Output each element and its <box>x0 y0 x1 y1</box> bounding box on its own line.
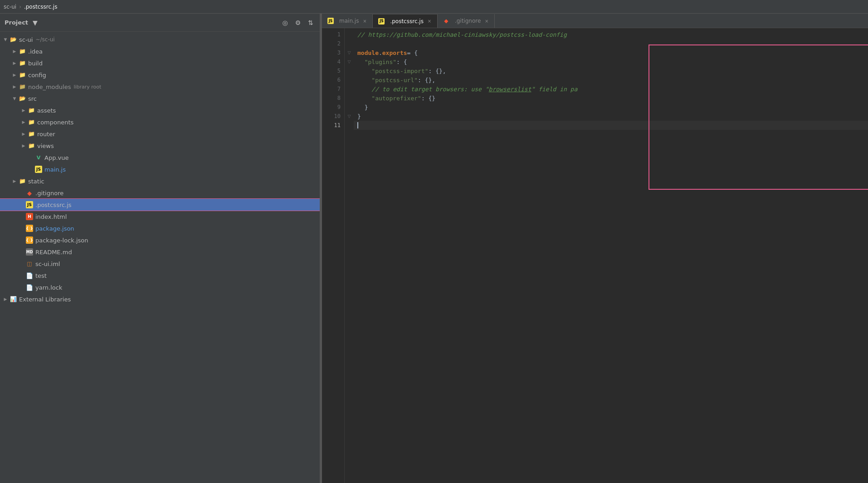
tree-label-node-modules: node_modules <box>28 84 71 90</box>
tree-label-index-html: index.html <box>35 213 67 220</box>
line-num-4: 4 <box>322 57 344 66</box>
folder-icon-build: 📁 <box>18 59 26 67</box>
folder-arrow-src <box>11 95 18 102</box>
tab-bar: JS main.js × JS .postcssrc.js × ◆ .gitig… <box>322 14 868 28</box>
tab-js-icon-main: JS <box>327 17 335 25</box>
sidebar-dropdown-arrow[interactable]: ▼ <box>31 18 39 27</box>
tree-item-test[interactable]: 📄 test <box>0 270 320 281</box>
tree-item-external-libraries[interactable]: 📊 External Libraries <box>0 293 320 305</box>
tree-item-assets[interactable]: 📁 assets <box>0 104 320 116</box>
tab-git-icon: ◆ <box>442 17 450 25</box>
code-area[interactable]: // https://github.com/michael-ciniawsky/… <box>354 28 868 483</box>
tab-label-gitignore: .gitignore <box>455 18 481 24</box>
tree-item-sc-ui-root[interactable]: 📂 sc-ui ~/sc-ui <box>0 34 320 45</box>
code-line-11[interactable] <box>354 121 868 130</box>
tree-item-static[interactable]: 📁 static <box>0 175 320 187</box>
fold-btn-11 <box>345 121 354 130</box>
tree-item-package-lock[interactable]: { } package-lock.json <box>0 234 320 246</box>
tree-item-config[interactable]: 📁 config <box>0 69 320 81</box>
tree-label-gitignore: .gitignore <box>35 190 63 197</box>
tree-label-build: build <box>28 60 43 67</box>
code-line-10: } <box>354 112 868 121</box>
line-num-1: 1 <box>322 30 344 39</box>
tab-close-gitignore[interactable]: × <box>483 18 490 24</box>
code-token-3-3: exports <box>382 49 407 56</box>
tree-item-router[interactable]: 📁 router <box>0 128 320 140</box>
tree-item-yarn-lock[interactable]: 📄 yarn.lock <box>0 281 320 293</box>
title-file-name: .postcssrc.js <box>24 4 58 10</box>
folder-icon-assets: 📁 <box>27 106 35 114</box>
fold-btn-6 <box>345 75 354 84</box>
file-tree: 📂 sc-ui ~/sc-ui 📁 .idea 📁 build <box>0 32 320 483</box>
fold-btn-5 <box>345 66 354 75</box>
tree-label-sc-ui-iml: sc-ui.iml <box>35 261 60 267</box>
code-token-6-ws <box>357 77 371 84</box>
tab-gitignore[interactable]: ◆ .gitignore × <box>438 14 495 28</box>
sidebar-scope-icon[interactable]: ◎ <box>280 18 289 27</box>
code-token-4-1: "plugins" <box>365 59 396 65</box>
tree-item-readme[interactable]: MD README.md <box>0 246 320 258</box>
leaf-sc-ui-iml <box>18 260 25 267</box>
tree-label-assets: assets <box>37 107 56 114</box>
tree-label-sc-ui: sc-ui <box>19 36 33 43</box>
tree-item-postcssrc[interactable]: JS .postcssrc.js <box>0 199 320 211</box>
folder-arrow-components <box>20 118 27 126</box>
folder-icon-config: 📁 <box>18 71 26 79</box>
folder-arrow-sc-ui <box>2 36 9 43</box>
json-icon-package: { } <box>25 224 34 232</box>
code-token-8-2: : {} <box>421 95 435 102</box>
tree-item-index-html[interactable]: H index.html <box>0 211 320 222</box>
tree-label-readme: README.md <box>35 249 72 256</box>
code-token-3-2: . <box>379 49 382 56</box>
tab-postcssrc[interactable]: JS .postcssrc.js × <box>373 14 438 28</box>
fold-btn-4[interactable]: ▽ <box>345 57 354 66</box>
js-icon-postcssrc: JS <box>25 201 34 209</box>
json-icon-package-lock: { } <box>25 236 34 244</box>
tree-item-src[interactable]: 📂 src <box>0 93 320 104</box>
tree-item-idea[interactable]: 📁 .idea <box>0 45 320 57</box>
code-token-5-2: : {}, <box>429 68 446 74</box>
title-bar: sc-ui › .postcssrc.js <box>0 0 868 14</box>
tree-item-main-js[interactable]: JS main.js <box>0 163 320 175</box>
tree-item-package-json[interactable]: { } package.json <box>0 222 320 234</box>
sidebar-expand-icon[interactable]: ⇅ <box>306 18 315 27</box>
code-token-7-1: // to edit target browsers: use "browser… <box>371 86 577 93</box>
tab-close-postcssrc[interactable]: × <box>426 18 433 25</box>
folder-icon-router: 📁 <box>27 130 35 138</box>
tree-item-components[interactable]: 📁 components <box>0 116 320 128</box>
iml-icon: ◫ <box>25 260 34 268</box>
tree-label-components: components <box>37 119 73 126</box>
git-icon-gitignore: ◆ <box>25 189 34 197</box>
tree-item-build[interactable]: 📁 build <box>0 57 320 69</box>
ext-libraries-icon: 📊 <box>9 295 17 303</box>
tree-label-views: views <box>37 143 54 149</box>
leaf-main-js <box>27 166 34 173</box>
tree-label-static: static <box>28 178 44 185</box>
html-icon-index: H <box>25 212 34 221</box>
tree-item-app-vue[interactable]: V App.vue <box>0 152 320 163</box>
line-num-9: 9 <box>322 103 344 112</box>
code-token-6-2: : {}, <box>418 77 435 84</box>
code-token-8-ws <box>357 95 371 102</box>
text-cursor <box>357 122 358 128</box>
sidebar-settings-icon[interactable]: ⚙ <box>293 18 303 27</box>
tree-item-sc-ui-iml[interactable]: ◫ sc-ui.iml <box>0 258 320 270</box>
tree-item-node-modules[interactable]: 📁 node_modules library root <box>0 81 320 93</box>
folder-icon-views: 📁 <box>27 142 35 150</box>
line-num-11: 11 <box>322 121 344 130</box>
tab-main-js[interactable]: JS main.js × <box>322 14 373 28</box>
tab-close-main-js[interactable]: × <box>361 18 368 24</box>
fold-btn-3[interactable]: ▽ <box>345 48 354 57</box>
code-token-4-ws <box>357 59 365 65</box>
line-num-10: 10 <box>322 112 344 121</box>
folder-arrow-router <box>20 130 27 138</box>
vue-icon-app: V <box>34 153 43 162</box>
tree-item-views[interactable]: 📁 views <box>0 140 320 152</box>
js-icon-main: JS <box>34 165 43 173</box>
code-line-8: "autoprefixer": {} <box>354 94 868 103</box>
fold-btn-10[interactable]: ▽ <box>345 112 354 121</box>
editor-content[interactable]: 1 2 3 4 5 6 7 8 9 10 11 ▽ ▽ <box>322 28 868 483</box>
tree-label-config: config <box>28 72 46 79</box>
sidebar-actions: ◎ ⚙ ⇅ <box>280 18 315 27</box>
tree-item-gitignore[interactable]: ◆ .gitignore <box>0 187 320 199</box>
